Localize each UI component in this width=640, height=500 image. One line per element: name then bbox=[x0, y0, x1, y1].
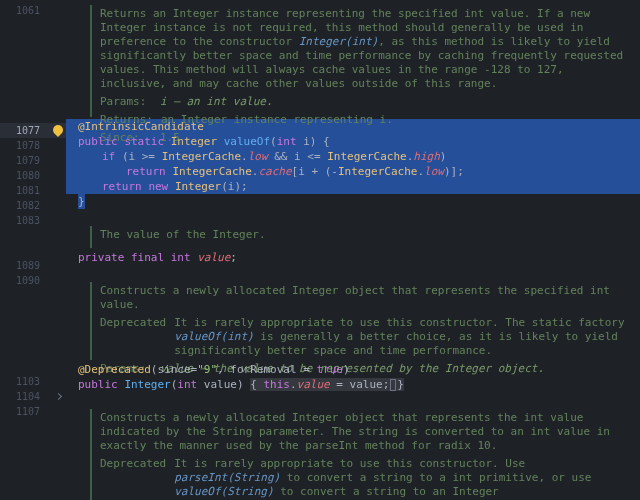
code-line-empty[interactable] bbox=[66, 392, 640, 407]
code-line[interactable]: } bbox=[66, 194, 640, 209]
fold-expand-icon[interactable] bbox=[50, 389, 66, 404]
javadoc-block: The value of the Integer. bbox=[90, 226, 640, 248]
intention-bulb-icon[interactable] bbox=[50, 123, 66, 138]
javadoc-body: The value of the Integer. bbox=[100, 228, 634, 242]
gutter-icons bbox=[50, 0, 66, 500]
code-line[interactable]: if (i >= IntegerCache.low && i <= Intege… bbox=[66, 149, 640, 164]
code-line[interactable]: public Integer(int value) { this.value =… bbox=[66, 377, 640, 392]
javadoc-block: Constructs a newly allocated Integer obj… bbox=[90, 282, 640, 360]
line-number: 1061 bbox=[0, 3, 50, 18]
javadoc-body: Constructs a newly allocated Integer obj… bbox=[100, 284, 634, 312]
javadoc-params-value: i – an int value. bbox=[160, 95, 634, 109]
code-line[interactable]: return IntegerCache.cache[i + (-IntegerC… bbox=[66, 164, 640, 179]
javadoc-returns-value: an Integer instance representing i. bbox=[161, 113, 634, 127]
javadoc-deprecated-body: It is rarely appropriate to use this con… bbox=[174, 316, 634, 358]
javadoc-deprecated-body: It is rarely appropriate to use this con… bbox=[174, 457, 634, 499]
code-line[interactable]: return new Integer(i); bbox=[66, 179, 640, 194]
code-line[interactable]: private final int value; bbox=[66, 250, 640, 265]
javadoc-body: Constructs a newly allocated Integer obj… bbox=[100, 411, 634, 453]
editor-area[interactable]: Returns an Integer instance representing… bbox=[66, 0, 640, 500]
line-number-gutter: 1061 1077 1078 1079 1080 1081 1082 1083 … bbox=[0, 0, 50, 500]
line-number-current: 1077 bbox=[0, 123, 50, 138]
javadoc-block: Constructs a newly allocated Integer obj… bbox=[90, 409, 640, 500]
javadoc-deprecated-label: Deprecated bbox=[100, 457, 166, 499]
javadoc-link[interactable]: valueOf(String) bbox=[174, 485, 273, 498]
javadoc-params-label: Params: bbox=[100, 95, 152, 109]
code-line-empty[interactable] bbox=[66, 265, 640, 280]
caret bbox=[390, 379, 396, 391]
javadoc-body: Returns an Integer instance representing… bbox=[100, 7, 634, 91]
javadoc-block: Returns an Integer instance representing… bbox=[90, 5, 640, 117]
code-line-empty[interactable] bbox=[66, 209, 640, 224]
javadoc-link[interactable]: parseInt(String) bbox=[174, 471, 280, 484]
javadoc-deprecated-label: Deprecated bbox=[100, 316, 166, 358]
javadoc-link[interactable]: Integer(int) bbox=[299, 35, 378, 48]
javadoc-link[interactable]: valueOf(int) bbox=[174, 330, 253, 343]
